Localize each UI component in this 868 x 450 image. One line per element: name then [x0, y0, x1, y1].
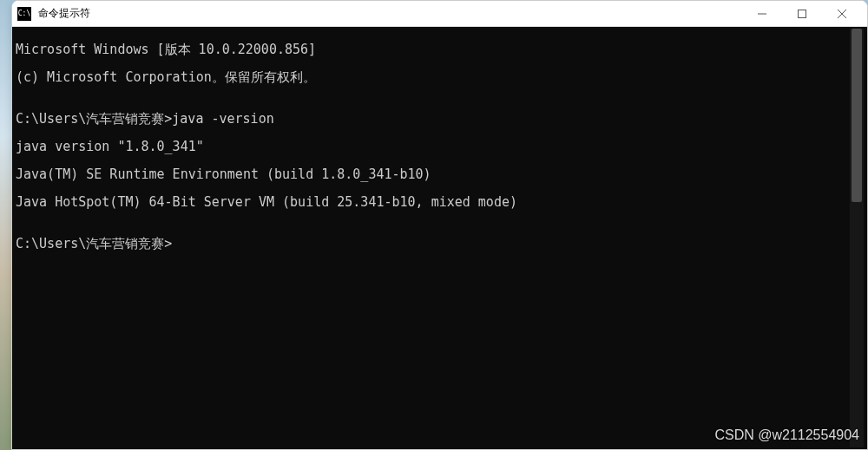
terminal-line: Java HotSpot(TM) 64-Bit Server VM (build… [16, 195, 850, 209]
terminal-prompt: C:\Users\汽车营销竞赛> [16, 237, 850, 251]
vertical-scrollbar[interactable] [850, 29, 864, 447]
titlebar[interactable]: C:\ 命令提示符 [12, 1, 867, 27]
maximize-button[interactable] [782, 1, 822, 27]
terminal-line: C:\Users\汽车营销竞赛>java -version [16, 112, 850, 126]
watermark-text: CSDN @w2112554904 [714, 427, 859, 443]
terminal-line: java version "1.8.0_341" [16, 140, 850, 153]
command-prompt-window: C:\ 命令提示符 Microsoft Windows [版本 10.0.220… [11, 0, 868, 450]
window-controls [742, 1, 862, 27]
terminal-line: Java(TM) SE Runtime Environment (build 1… [16, 167, 850, 181]
terminal-line: Microsoft Windows [版本 10.0.22000.856] [16, 42, 850, 56]
window-title: 命令提示符 [38, 6, 742, 21]
terminal-area[interactable]: Microsoft Windows [版本 10.0.22000.856] (c… [12, 27, 867, 449]
scrollbar-thumb[interactable] [852, 29, 862, 202]
minimize-button[interactable] [742, 1, 782, 27]
cmd-icon: C:\ [17, 7, 31, 21]
terminal-line: (c) Microsoft Corporation。保留所有权利。 [16, 70, 850, 84]
svg-rect-1 [799, 10, 806, 17]
close-button[interactable] [822, 1, 862, 27]
terminal-output: Microsoft Windows [版本 10.0.22000.856] (c… [16, 29, 850, 447]
